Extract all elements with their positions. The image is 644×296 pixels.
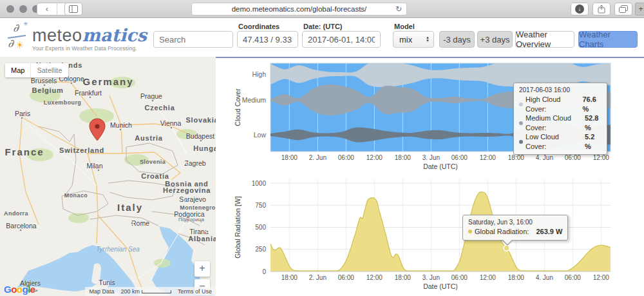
svg-text:06:00: 06:00: [338, 154, 354, 161]
tooltip-timestamp: Saturday, Jun 3, 16:00: [468, 219, 562, 226]
svg-text:06:00: 06:00: [451, 154, 468, 161]
medium-cloud-dot-icon: [519, 121, 523, 125]
tooltip-label: High Cloud Cover:: [526, 95, 575, 113]
svg-text:06:00: 06:00: [451, 274, 468, 281]
sidebar-icon: [69, 5, 78, 13]
svg-text:12:00: 12:00: [480, 154, 496, 161]
coordinates-input[interactable]: [237, 31, 298, 48]
svg-text:Date (UTC): Date (UTC): [423, 163, 458, 170]
cloud-cover-tooltip: 2017-06-03 16:00 High Cloud Cover: 76.6 …: [513, 83, 607, 155]
radiation-tooltip: Saturday, Jun 3, 16:00 Global Radiation:…: [462, 215, 568, 241]
reload-icon[interactable]: ↻: [395, 5, 402, 14]
svg-text:06:00: 06:00: [565, 274, 581, 281]
high-cloud-dot-icon: [519, 103, 523, 106]
svg-text:12:00: 12:00: [593, 274, 609, 281]
svg-text:18:00: 18:00: [395, 274, 411, 281]
svg-text:250: 250: [255, 246, 266, 253]
brand-meteo: meteo: [32, 26, 82, 45]
terms-of-use-link[interactable]: Terms of Use: [178, 288, 212, 295]
tooltip-value: 263.9 W: [536, 227, 562, 237]
window-controls: [6, 5, 40, 13]
svg-text:06:00: 06:00: [565, 154, 581, 161]
svg-text:12:00: 12:00: [593, 154, 609, 161]
svg-text:1000: 1000: [252, 180, 267, 187]
weather-overview-button[interactable]: Weather Overview: [515, 31, 574, 48]
svg-text:18:00: 18:00: [395, 154, 411, 161]
sun-icon: ☀: [15, 39, 24, 51]
browser-chrome: ‹ › demo.meteomatics.com/global-forecast…: [0, 0, 644, 18]
share-button[interactable]: [592, 3, 611, 15]
radiation-dot-icon: [468, 230, 472, 233]
tooltip-label: Low Cloud Cover:: [526, 132, 578, 151]
google-map[interactable]: NetherlandsBrusselsCologneGermanyBelgium…: [0, 57, 216, 296]
minus-3-days-button[interactable]: -3 days: [439, 31, 475, 48]
map-canvas: [0, 57, 216, 296]
plus-3-days-button[interactable]: +3 days: [477, 31, 513, 48]
tooltip-value: 76.6 %: [583, 95, 602, 113]
map-zoom-in-button[interactable]: +: [194, 261, 210, 277]
minimize-window-icon[interactable]: [19, 5, 27, 13]
svg-text:12:00: 12:00: [366, 154, 383, 161]
scale-bar: [142, 290, 171, 293]
svg-text:3. Jun: 3. Jun: [422, 154, 440, 161]
date-label: Date: (UTC): [303, 23, 343, 30]
map-data-link[interactable]: Map Data: [89, 288, 114, 295]
svg-text:18:00: 18:00: [508, 154, 524, 161]
brand-matics: matics: [82, 25, 147, 45]
new-tab-button[interactable]: +: [635, 3, 644, 15]
map-view-button[interactable]: Map: [5, 63, 30, 77]
svg-text:18:00: 18:00: [508, 274, 524, 281]
tooltip-label: Global Radiation:: [475, 227, 529, 237]
site-header: ∂✳ ∂☀ meteomatics Your Experts in Weathe…: [0, 18, 644, 57]
tooltip-value: 52.8 %: [585, 113, 601, 132]
weather-charts-button[interactable]: Weather Charts: [578, 31, 638, 48]
svg-text:Global Radiation [W]: Global Radiation [W]: [234, 196, 242, 258]
svg-text:12:00: 12:00: [366, 274, 383, 281]
tooltip-label: Medium Cloud Cover:: [526, 113, 578, 132]
svg-text:12:00: 12:00: [480, 274, 496, 281]
global-radiation-chart[interactable]: 0250500750100018:002. Jun06:0012:0018:00…: [216, 175, 644, 296]
downloads-button[interactable]: ↓: [571, 3, 589, 15]
tab-overview-button[interactable]: [614, 3, 632, 15]
svg-text:06:00: 06:00: [338, 274, 354, 281]
charts-panel: HighMediumLow18:002. Jun06:0012:0018:003…: [216, 57, 644, 296]
svg-text:2. Jun: 2. Jun: [309, 154, 327, 161]
satellite-view-button[interactable]: Satellite: [30, 63, 68, 77]
select-stepper-icon: ▲▼: [426, 36, 430, 43]
brand-tagline: Your Experts in Weather Data Processing.: [32, 45, 147, 52]
close-window-icon[interactable]: [6, 5, 14, 13]
map-scale: 200 km: [120, 288, 171, 295]
logo-derivative-icon: ∂✳ ∂☀: [5, 23, 30, 53]
svg-text:High: High: [252, 70, 266, 78]
svg-text:Date (UTC): Date (UTC): [423, 282, 458, 290]
svg-text:500: 500: [255, 224, 266, 231]
meteomatics-logo[interactable]: ∂✳ ∂☀ meteomatics Your Experts in Weathe…: [5, 23, 147, 53]
back-button[interactable]: ‹: [37, 3, 57, 15]
svg-text:3. Jun: 3. Jun: [422, 274, 440, 281]
search-input[interactable]: [153, 31, 233, 48]
url-text: demo.meteomatics.com/global-forecasts/: [232, 5, 367, 13]
tooltip-value: 5.2 %: [585, 132, 601, 151]
svg-text:750: 750: [255, 202, 266, 209]
downloads-icon: ↓: [575, 5, 584, 14]
tooltip-timestamp: 2017-06-03 16:00: [519, 86, 601, 94]
svg-text:2. Jun: 2. Jun: [309, 274, 327, 281]
svg-text:18:00: 18:00: [281, 154, 298, 161]
svg-text:4. Jun: 4. Jun: [536, 274, 553, 281]
svg-text:0: 0: [262, 268, 266, 275]
share-icon: [598, 5, 605, 14]
svg-text:18:00: 18:00: [281, 274, 298, 281]
svg-text:4. Jun: 4. Jun: [536, 154, 553, 161]
tabs-icon: [619, 5, 628, 13]
svg-text:Cloud Cover: Cloud Cover: [234, 88, 242, 126]
coordinates-label: Coordinates: [238, 23, 279, 30]
svg-text:Medium: Medium: [242, 96, 267, 104]
date-input[interactable]: [302, 31, 381, 48]
model-select[interactable]: mix ▲▼: [393, 31, 434, 48]
model-label: Model: [394, 23, 415, 30]
low-cloud-dot-icon: [519, 140, 523, 144]
google-logo[interactable]: Google: [4, 284, 35, 295]
svg-text:Low: Low: [254, 131, 267, 139]
address-bar[interactable]: demo.meteomatics.com/global-forecasts/ ↻: [191, 3, 407, 15]
sidebar-button[interactable]: [64, 3, 82, 15]
